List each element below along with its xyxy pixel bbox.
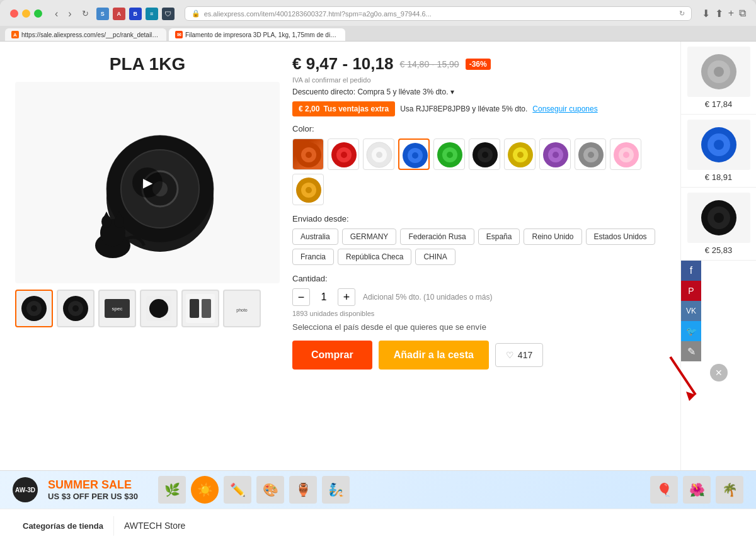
ship-option-germany[interactable]: GERMANY xyxy=(342,229,397,245)
banner-icons-right: 🎈 🌺 🌴 xyxy=(650,476,743,504)
quantity-minus-button[interactable]: − xyxy=(292,288,310,306)
extension-icon-2[interactable]: A xyxy=(113,8,125,20)
sidebar-product-2: € 18,91 xyxy=(681,115,756,188)
discount-direct: Descuento directo: Compra 5 y llévate 3%… xyxy=(292,88,670,96)
banner-icon-4: 🎨 xyxy=(256,476,284,504)
facebook-share-icon[interactable]: f xyxy=(681,261,701,281)
banner-icon-9: 🌴 xyxy=(716,476,743,504)
extension-icon-5[interactable]: 🛡 xyxy=(162,8,175,20)
extension-icon-1[interactable]: S xyxy=(96,8,109,20)
heart-icon: ♡ xyxy=(506,350,514,360)
tax-note: IVA al confirmar el pedido xyxy=(292,76,670,84)
quantity-label: Cantidad: xyxy=(292,274,670,283)
store-name[interactable]: AWTECH Store xyxy=(114,516,196,536)
sidebar-icon[interactable]: ⧉ xyxy=(739,8,746,20)
browser-tabs: A https://sale.aliexpress.com/es/__pc/ra… xyxy=(0,26,756,42)
forward-button[interactable]: › xyxy=(66,7,74,21)
color-swatch-yellow[interactable] xyxy=(504,138,536,170)
twitter-share-icon[interactable]: 🐦 xyxy=(681,321,701,341)
color-swatch-blue[interactable] xyxy=(398,138,430,170)
thumbnail-2[interactable] xyxy=(57,290,94,327)
color-swatch-orange[interactable] xyxy=(292,138,324,170)
color-swatch-black[interactable] xyxy=(469,138,500,170)
extension-icon-3[interactable]: B xyxy=(129,8,142,20)
sidebar-product-image-1[interactable] xyxy=(687,47,750,97)
share-icon[interactable]: ⬆ xyxy=(715,8,723,20)
banner-icon-6: 🧞 xyxy=(322,476,350,504)
browser-window: ‹ › ↻ S A B ≡ 🛡 🔒 es.aliexpress.com/item… xyxy=(0,0,756,542)
new-tab-icon[interactable]: + xyxy=(728,8,734,20)
svg-line-61 xyxy=(670,357,696,395)
svg-point-36 xyxy=(376,152,382,158)
svg-point-18 xyxy=(72,305,79,312)
minimize-traffic-light[interactable] xyxy=(22,9,30,18)
quantity-stock: 1893 unidades disponibles xyxy=(292,310,670,317)
sidebar-product-image-3[interactable] xyxy=(687,193,750,243)
extension-icon-4[interactable]: ≡ xyxy=(146,8,158,20)
color-swatch-red[interactable] xyxy=(328,138,359,170)
summer-sale-text: SUMMER SALE US $3 OFF PER US $30 xyxy=(48,478,138,501)
svg-point-30 xyxy=(306,152,312,158)
svg-point-15 xyxy=(31,305,37,312)
color-swatch-gold[interactable] xyxy=(292,174,324,205)
sidebar-product-1: € 17,84 xyxy=(681,42,756,115)
quantity-row: − 1 + Adicional 5% dto. (10 unidades o m… xyxy=(292,288,670,306)
thumbnail-5[interactable] xyxy=(181,290,219,327)
banner-icon-3: ✏️ xyxy=(224,476,251,504)
banner-icon-2: ☀️ xyxy=(191,476,219,504)
color-swatch-white[interactable] xyxy=(363,138,394,170)
wish-count: 417 xyxy=(518,350,532,360)
svg-point-48 xyxy=(517,152,524,158)
color-swatch-pink[interactable] xyxy=(610,138,641,170)
summer-sale-title: SUMMER SALE xyxy=(48,478,138,492)
ship-option-russia[interactable]: Federación Rusa xyxy=(400,229,474,245)
color-swatch-gray[interactable] xyxy=(575,138,606,170)
vk-share-icon[interactable]: VK xyxy=(681,301,701,321)
svg-rect-25 xyxy=(202,299,211,318)
pinterest-share-icon[interactable]: P xyxy=(681,281,701,301)
svg-point-71 xyxy=(714,213,724,223)
thumbnail-3[interactable]: spec xyxy=(98,290,136,327)
price-main: € 9,47 - 10,18 xyxy=(292,54,393,74)
ship-option-australia[interactable]: Australia xyxy=(292,229,338,245)
quantity-plus-button[interactable]: + xyxy=(338,288,355,306)
svg-point-57 xyxy=(623,152,629,158)
main-product-image: ▶ xyxy=(15,82,280,283)
thumbnail-6[interactable]: photo xyxy=(223,290,261,327)
svg-text:spec: spec xyxy=(112,306,123,312)
thumbnail-strip: spec photo xyxy=(15,290,280,327)
ship-option-china[interactable]: CHINA xyxy=(415,249,455,265)
tab-1[interactable]: A https://sale.aliexpress.com/es/__pc/ra… xyxy=(5,28,166,41)
close-traffic-light[interactable] xyxy=(10,9,18,18)
store-footer: Categorías de tienda AWTECH Store xyxy=(0,509,756,542)
wishlist-button[interactable]: ♡ 417 xyxy=(495,343,543,367)
refresh-button[interactable]: ↻ xyxy=(79,8,91,20)
svg-point-54 xyxy=(588,152,594,158)
color-swatch-green[interactable] xyxy=(433,138,465,170)
ship-option-czech[interactable]: República Checa xyxy=(338,249,411,265)
back-button[interactable]: ‹ xyxy=(52,7,60,21)
svg-rect-24 xyxy=(190,299,199,318)
color-grid xyxy=(292,138,670,205)
ship-option-usa[interactable]: Estados Unidos xyxy=(586,229,655,245)
store-categories-label[interactable]: Categorías de tienda xyxy=(13,516,114,536)
play-button[interactable]: ▶ xyxy=(132,167,163,198)
sidebar-product-image-2[interactable] xyxy=(687,120,750,170)
add-to-cart-button[interactable]: Añadir a la cesta xyxy=(379,341,489,370)
maximize-traffic-light[interactable] xyxy=(34,9,42,18)
tab-2[interactable]: ✉ Filamento de impresora 3D PLA, 1kg, 1,… xyxy=(169,28,345,41)
color-swatch-purple[interactable] xyxy=(539,138,571,170)
banner-icon-5: 🏺 xyxy=(289,476,317,504)
banner-icons: 🌿 ☀️ ✏️ 🎨 🏺 🧞 xyxy=(158,476,350,504)
download-icon[interactable]: ⬇ xyxy=(702,8,710,20)
promo-label: Tus ventajas extra xyxy=(323,104,389,113)
thumbnail-4[interactable] xyxy=(140,290,178,327)
ship-option-uk[interactable]: Reino Unido xyxy=(524,229,581,245)
ship-option-spain[interactable]: España xyxy=(478,229,520,245)
buy-now-button[interactable]: Comprar xyxy=(292,341,372,370)
thumbnail-1[interactable] xyxy=(15,290,53,327)
get-coupons-link[interactable]: Conseguir cupones xyxy=(532,104,597,113)
address-bar[interactable]: 🔒 es.aliexpress.com/item/4001283600327.h… xyxy=(185,6,692,21)
product-left: PLA 1KG xyxy=(15,54,280,460)
ship-option-france[interactable]: Francia xyxy=(292,249,334,265)
